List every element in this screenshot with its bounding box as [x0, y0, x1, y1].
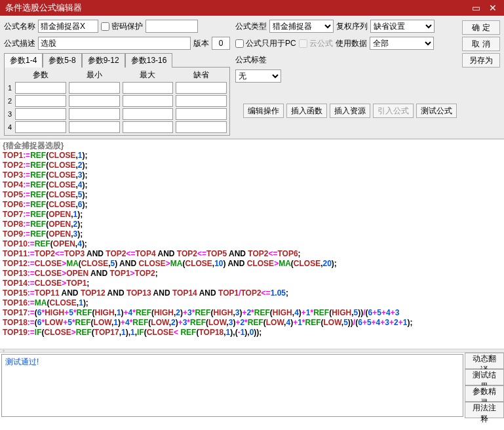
- param-min-input[interactable]: [69, 121, 120, 133]
- param-row: 4: [6, 121, 228, 134]
- param-max-input[interactable]: [123, 82, 174, 94]
- param-row: 2: [6, 94, 228, 108]
- window-title: 条件选股公式编辑器: [5, 2, 467, 14]
- param-min-input[interactable]: [69, 108, 120, 120]
- param-header-name: 参数: [14, 69, 68, 81]
- tag-select[interactable]: 无: [235, 69, 281, 83]
- param-def-input[interactable]: [176, 121, 227, 133]
- testres-button[interactable]: 测试结果: [465, 369, 504, 385]
- param-header-max: 最大: [121, 69, 175, 81]
- paramwiz-button[interactable]: 参数精灵: [465, 385, 504, 402]
- param-row-idx: 1: [6, 81, 14, 94]
- param-name-input[interactable]: [15, 95, 66, 107]
- param-grid: 参数 最小 最大 缺省 1234: [4, 67, 230, 136]
- param-name-input[interactable]: [15, 108, 66, 120]
- param-name-input[interactable]: [15, 82, 66, 94]
- type-select[interactable]: 猎金捕捉器: [269, 20, 334, 33]
- result-panel: 测试通过!: [1, 354, 463, 417]
- version-input[interactable]: [212, 37, 230, 50]
- cancel-button[interactable]: 取 消: [462, 37, 500, 51]
- param-row: 1: [6, 81, 228, 94]
- usedata-label: 使用数据: [336, 38, 367, 49]
- param-max-input[interactable]: [123, 108, 174, 120]
- pconly-checkbox[interactable]: 公式只用于PC: [235, 38, 296, 49]
- tab-params-9-12[interactable]: 参数9-12: [82, 53, 125, 68]
- param-name-input[interactable]: [15, 121, 66, 133]
- titlebar: 条件选股公式编辑器 ▭ ✕: [0, 0, 504, 16]
- param-row-idx: 2: [6, 94, 14, 108]
- dyntrans-button[interactable]: 动态翻译: [465, 353, 504, 369]
- collapse-icon[interactable]: ◦: [3, 347, 5, 354]
- insertres-button[interactable]: 插入资源: [330, 104, 370, 118]
- importf-button[interactable]: 引入公式: [373, 104, 414, 118]
- saveas-button[interactable]: 另存为: [462, 53, 500, 68]
- usedata-select[interactable]: 全部: [370, 37, 434, 50]
- param-min-input[interactable]: [69, 95, 120, 107]
- tab-params-13-16[interactable]: 参数13-16: [125, 53, 173, 68]
- pwd-checkbox[interactable]: 密码保护: [101, 21, 143, 32]
- param-def-input[interactable]: [176, 95, 227, 107]
- insertfn-button[interactable]: 插入函数: [286, 104, 327, 118]
- tab-params-5-8[interactable]: 参数5-8: [43, 53, 81, 68]
- type-label: 公式类型: [235, 21, 267, 32]
- desc-label: 公式描述: [4, 38, 35, 49]
- param-row-idx: 4: [6, 121, 14, 134]
- param-header-def: 缺省: [174, 69, 228, 81]
- param-max-input[interactable]: [123, 121, 174, 133]
- param-min-input[interactable]: [69, 82, 120, 94]
- code-editor[interactable]: {猎金捕捉器选股} TOP1:=REF(CLOSE,1); TOP2:=REF(…: [0, 139, 504, 349]
- action-row: 编辑操作 插入函数 插入资源 引入公式 测试公式: [235, 104, 457, 118]
- param-max-input[interactable]: [123, 95, 174, 107]
- form-area: 公式名称 密码保护 公式描述 版本 参数1-4 参数5-8 参数9-12 参数1…: [0, 16, 504, 139]
- param-row-idx: 3: [6, 108, 14, 121]
- tag-label: 公式标签: [235, 54, 267, 66]
- param-tabs: 参数1-4 参数5-8 参数9-12 参数13-16: [4, 53, 230, 68]
- pwd-input[interactable]: [145, 20, 198, 33]
- param-def-input[interactable]: [176, 82, 227, 94]
- rightseq-select[interactable]: 缺省设置: [370, 20, 435, 33]
- param-def-input[interactable]: [176, 108, 227, 120]
- ok-button[interactable]: 确 定: [462, 20, 500, 35]
- name-label: 公式名称: [4, 21, 35, 32]
- desc-input[interactable]: [38, 37, 191, 50]
- minimize-icon[interactable]: ▭: [467, 3, 484, 13]
- testf-button[interactable]: 测试公式: [416, 104, 457, 118]
- editop-button[interactable]: 编辑操作: [243, 104, 284, 118]
- cloud-checkbox: 云公式: [299, 38, 333, 49]
- name-input[interactable]: [38, 20, 98, 33]
- param-row: 3: [6, 108, 228, 121]
- tab-params-1-4[interactable]: 参数1-4: [4, 53, 43, 68]
- param-header-min: 最小: [68, 69, 121, 81]
- usage-button[interactable]: 用法注释: [465, 402, 504, 418]
- rightseq-label: 复权序列: [336, 21, 368, 32]
- close-icon[interactable]: ✕: [484, 3, 501, 13]
- version-label: 版本: [193, 38, 209, 49]
